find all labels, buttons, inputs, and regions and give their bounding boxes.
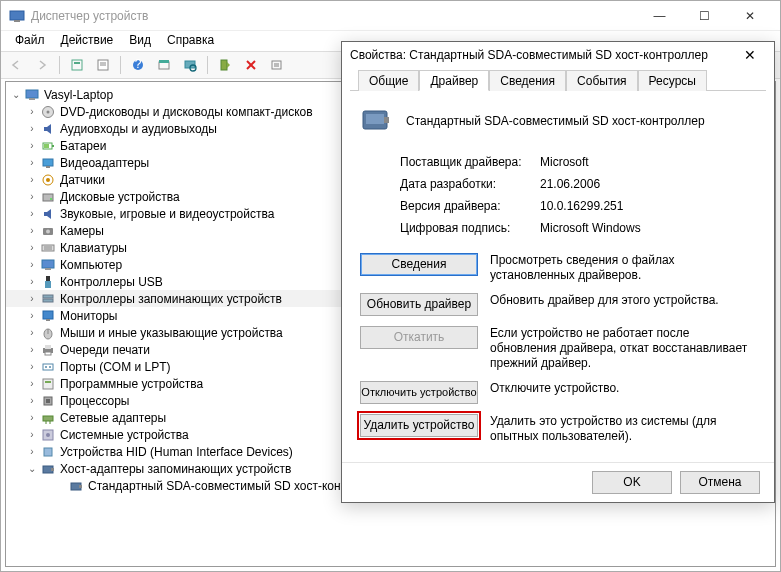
titlebar: Диспетчер устройств — ☐ ✕ xyxy=(1,1,780,31)
expand-icon[interactable]: › xyxy=(26,429,38,440)
category-icon xyxy=(40,393,56,409)
toolbar-button[interactable] xyxy=(153,54,175,76)
back-button[interactable] xyxy=(5,54,27,76)
properties-dialog: Свойства: Стандартный SDA-совместимый SD… xyxy=(341,41,775,503)
expand-icon[interactable]: › xyxy=(26,174,38,185)
tree-label: DVD-дисководы и дисководы компакт-дисков xyxy=(60,105,313,119)
svg-rect-44 xyxy=(43,311,53,319)
help-button[interactable]: ? xyxy=(127,54,149,76)
svg-rect-40 xyxy=(46,276,50,281)
dialog-footer: OK Отмена xyxy=(342,462,774,502)
expand-icon[interactable]: › xyxy=(26,395,38,406)
expand-icon[interactable]: › xyxy=(26,293,38,304)
category-icon xyxy=(40,325,56,341)
tree-label: Батареи xyxy=(60,139,106,153)
tree-label: Программные устройства xyxy=(60,377,203,391)
menu-action[interactable]: Действие xyxy=(53,31,122,51)
expand-icon[interactable]: ⌄ xyxy=(10,89,22,100)
uninstall-device-desc: Удалить это устройство из системы (для о… xyxy=(490,414,756,444)
expand-icon[interactable]: › xyxy=(26,276,38,287)
ok-button[interactable]: OK xyxy=(592,471,672,494)
svg-rect-57 xyxy=(46,399,50,403)
tree-label: Сетевые адаптеры xyxy=(60,411,166,425)
tree-label: Порты (COM и LPT) xyxy=(60,360,171,374)
tree-label: Датчики xyxy=(60,173,105,187)
expand-icon[interactable]: › xyxy=(26,242,38,253)
dialog-body: Стандартный SDA-совместимый SD хост-конт… xyxy=(342,91,774,462)
svg-rect-10 xyxy=(159,60,169,63)
version-value: 10.0.16299.251 xyxy=(540,199,623,213)
svg-rect-45 xyxy=(46,319,50,321)
category-icon xyxy=(40,223,56,239)
expand-icon[interactable]: › xyxy=(26,191,38,202)
dialog-close-button[interactable]: ✕ xyxy=(734,43,766,67)
tree-label: Звуковые, игровые и видеоустройства xyxy=(60,207,274,221)
computer-icon xyxy=(24,87,40,103)
forward-button[interactable] xyxy=(31,54,53,76)
device-icon xyxy=(68,478,84,494)
expand-icon[interactable]: › xyxy=(26,327,38,338)
expand-icon[interactable]: › xyxy=(26,140,38,151)
expand-icon[interactable]: ⌄ xyxy=(26,463,38,474)
expand-icon[interactable]: › xyxy=(26,344,38,355)
expand-icon[interactable]: › xyxy=(26,225,38,236)
category-icon xyxy=(40,376,56,392)
provider-label: Поставщик драйвера: xyxy=(400,155,540,169)
uninstall-device-button[interactable]: Удалить устройство xyxy=(360,414,478,437)
expand-icon[interactable]: › xyxy=(26,106,38,117)
tree-label: Аудиовходы и аудиовыходы xyxy=(60,122,217,136)
expand-icon[interactable]: › xyxy=(26,412,38,423)
category-icon xyxy=(40,240,56,256)
svg-rect-70 xyxy=(384,117,389,123)
svg-rect-2 xyxy=(72,60,82,70)
expand-icon[interactable]: › xyxy=(26,208,38,219)
svg-rect-17 xyxy=(274,63,279,67)
tab-resources[interactable]: Ресурсы xyxy=(638,70,707,91)
svg-rect-19 xyxy=(29,98,35,100)
cancel-button[interactable]: Отмена xyxy=(680,471,760,494)
device-name: Стандартный SDA-совместимый SD хост-конт… xyxy=(406,114,705,128)
svg-rect-30 xyxy=(43,194,53,201)
menu-file[interactable]: Файл xyxy=(7,31,53,51)
disable-device-button[interactable]: Отключить устройство xyxy=(360,381,478,404)
svg-rect-9 xyxy=(159,62,169,69)
tab-general[interactable]: Общие xyxy=(358,70,419,91)
properties-button[interactable] xyxy=(92,54,114,76)
svg-point-21 xyxy=(47,110,50,113)
expand-icon[interactable]: › xyxy=(26,157,38,168)
tree-label: Контроллеры USB xyxy=(60,275,163,289)
svg-rect-69 xyxy=(366,114,384,124)
scan-hardware-button[interactable] xyxy=(179,54,201,76)
tree-label: Мыши и иные указывающие устройства xyxy=(60,326,283,340)
date-value: 21.06.2006 xyxy=(540,177,600,191)
svg-rect-54 xyxy=(43,379,53,389)
svg-rect-35 xyxy=(42,245,54,251)
toolbar-button[interactable] xyxy=(66,54,88,76)
expand-icon[interactable]: › xyxy=(26,310,38,321)
svg-rect-51 xyxy=(43,364,53,370)
expand-icon[interactable]: › xyxy=(26,446,38,457)
tree-label: Контроллеры запоминающих устройств xyxy=(60,292,282,306)
enable-button[interactable] xyxy=(214,54,236,76)
update-driver-button[interactable]: Обновить драйвер xyxy=(360,293,478,316)
menu-help[interactable]: Справка xyxy=(159,31,222,51)
svg-point-53 xyxy=(49,366,51,368)
tab-details[interactable]: Сведения xyxy=(489,70,566,91)
svg-point-31 xyxy=(50,198,52,200)
menu-view[interactable]: Вид xyxy=(121,31,159,51)
tab-driver[interactable]: Драйвер xyxy=(419,70,489,91)
expand-icon[interactable]: › xyxy=(26,123,38,134)
expand-icon[interactable]: › xyxy=(26,378,38,389)
maximize-button[interactable]: ☐ xyxy=(682,2,727,30)
svg-rect-49 xyxy=(45,345,51,349)
driver-details-button[interactable]: Сведения xyxy=(360,253,478,276)
category-icon xyxy=(40,121,56,137)
tab-events[interactable]: События xyxy=(566,70,638,91)
toolbar-button[interactable] xyxy=(266,54,288,76)
expand-icon[interactable]: › xyxy=(26,361,38,372)
svg-rect-0 xyxy=(10,11,24,20)
minimize-button[interactable]: — xyxy=(637,2,682,30)
expand-icon[interactable]: › xyxy=(26,259,38,270)
uninstall-button[interactable] xyxy=(240,54,262,76)
close-button[interactable]: ✕ xyxy=(727,2,772,30)
